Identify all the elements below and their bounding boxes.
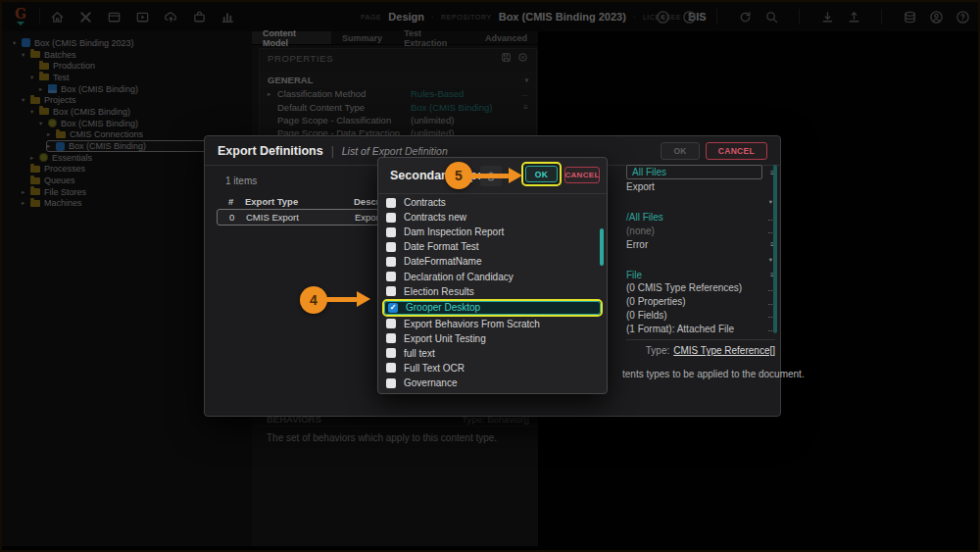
chevron-down-icon: ▾ bbox=[769, 198, 772, 206]
section-chevron[interactable]: ▾ bbox=[626, 251, 775, 268]
checkbox-unchecked[interactable] bbox=[386, 198, 396, 208]
panel-scrollbar[interactable] bbox=[773, 165, 777, 333]
checkbox-item[interactable]: Election Results bbox=[378, 284, 607, 299]
item-label: Grooper Desktop 2 bbox=[404, 392, 487, 394]
item-label: Contracts new bbox=[404, 212, 466, 223]
panel-row: Export bbox=[626, 180, 775, 194]
checkbox-unchecked[interactable] bbox=[386, 378, 396, 388]
annotation-step-4: 4 bbox=[300, 286, 327, 314]
panel-row: Error ≡ bbox=[626, 237, 775, 251]
checkbox-item[interactable]: Export Unit Testing bbox=[378, 331, 607, 346]
item-label: Dam Inspection Report bbox=[404, 226, 504, 237]
panel-value[interactable]: /All Files bbox=[626, 212, 762, 223]
type-label: Type: bbox=[646, 345, 669, 356]
item-label: Date Format Test bbox=[404, 241, 479, 252]
checkbox-item[interactable]: Declaration of Candidacy bbox=[378, 269, 607, 283]
panel-value[interactable]: (none) bbox=[626, 226, 762, 236]
divider: | bbox=[331, 144, 334, 158]
item-label: DateFormatName bbox=[404, 256, 481, 267]
panel-value[interactable]: (0 Properties) bbox=[626, 296, 762, 307]
panel-value[interactable]: (1 Format): Attached File bbox=[626, 324, 762, 334]
dialog-ok-button[interactable]: OK bbox=[661, 142, 699, 160]
panel-row: /All Files ... bbox=[626, 211, 775, 225]
checkbox-item[interactable]: Governance bbox=[378, 376, 607, 390]
checkbox-item[interactable]: Export Behaviors From Scratch bbox=[378, 317, 607, 331]
panel-value[interactable]: Error bbox=[626, 239, 762, 250]
annotation-arrow-5 bbox=[469, 174, 510, 178]
checkbox-item[interactable]: Dam Inspection Report bbox=[378, 225, 607, 239]
item-label: Full Text OCR bbox=[404, 363, 465, 374]
panel-label: Export bbox=[626, 181, 775, 192]
item-label: Grooper Desktop bbox=[406, 302, 480, 313]
panel-row: (0 CMIS Type References) ... bbox=[626, 281, 775, 295]
chevron-down-icon: ▾ bbox=[769, 256, 772, 264]
checkbox-unchecked[interactable] bbox=[386, 319, 396, 328]
checkbox-item[interactable]: DateFormatName bbox=[378, 254, 607, 269]
annotation-arrow-4 bbox=[324, 297, 358, 302]
ok-highlight-box: OK bbox=[521, 162, 562, 186]
item-label: Contracts bbox=[404, 197, 446, 208]
item-label: Election Results bbox=[404, 286, 474, 297]
checkbox-unchecked[interactable] bbox=[386, 363, 396, 373]
secondary-types-list: Contracts Contracts new Dam Inspection R… bbox=[378, 195, 607, 393]
panel-value[interactable]: (0 Fields) bbox=[626, 310, 762, 321]
checkbox-unchecked[interactable] bbox=[386, 227, 396, 237]
item-label: Export Unit Testing bbox=[404, 333, 486, 344]
checkbox-unchecked[interactable] bbox=[386, 257, 396, 267]
checkbox-unchecked[interactable] bbox=[386, 393, 396, 394]
checkbox-item[interactable]: full text bbox=[378, 346, 607, 361]
annotation-step-5: 5 bbox=[445, 162, 472, 189]
checkbox-unchecked[interactable] bbox=[386, 213, 396, 223]
checkbox-unchecked[interactable] bbox=[386, 242, 396, 252]
annotation-arrowhead-5 bbox=[509, 168, 522, 183]
item-label: Export Behaviors From Scratch bbox=[404, 319, 540, 329]
item-label: Governance bbox=[404, 377, 457, 388]
scope-selector[interactable]: All Files bbox=[626, 165, 762, 179]
dialog-cancel-button[interactable]: CANCEL bbox=[706, 142, 767, 160]
dialog-title: Export Definitions bbox=[218, 144, 323, 158]
items-count: 1 items bbox=[225, 176, 257, 186]
panel-row: (0 Fields) ... bbox=[626, 309, 775, 323]
item-label: full text bbox=[404, 348, 435, 359]
dialog-subtitle: List of Export Definition bbox=[342, 145, 448, 157]
checkbox-item[interactable]: Grooper Desktop 2 bbox=[378, 390, 607, 394]
panel-value[interactable]: File bbox=[626, 270, 762, 280]
checkbox-item[interactable]: Contracts new bbox=[378, 210, 607, 225]
column-number: # bbox=[228, 196, 233, 207]
cell-export-type: CMIS Export bbox=[246, 210, 299, 225]
section-chevron[interactable]: ▾ bbox=[626, 194, 775, 211]
checkbox-unchecked[interactable] bbox=[386, 348, 396, 358]
cell-number: 0 bbox=[229, 210, 234, 225]
checkbox-item[interactable]: Date Format Test bbox=[378, 239, 607, 254]
checkbox-item-highlighted[interactable]: ✓ Grooper Desktop bbox=[382, 299, 603, 317]
panel-row: (0 Properties) ... bbox=[626, 295, 775, 309]
checkbox-item[interactable]: Contracts bbox=[378, 195, 607, 210]
item-label: Declaration of Candidacy bbox=[404, 272, 514, 282]
popup-ok-button[interactable]: OK bbox=[525, 166, 558, 182]
checkbox-checked[interactable]: ✓ bbox=[388, 303, 398, 313]
secondary-types-popup: Secondary Types OK CANCEL Contracts Cont… bbox=[377, 157, 608, 394]
scope-selector-row: All Files ≡ bbox=[626, 164, 775, 180]
popup-scrollbar[interactable] bbox=[600, 228, 604, 266]
annotation-arrowhead-4 bbox=[357, 291, 370, 307]
export-property-panel: All Files ≡ Export ▾ /All Files ... (non… bbox=[626, 164, 775, 356]
type-reference-link[interactable]: CMIS Type Reference[] bbox=[673, 345, 775, 356]
column-export-type: Export Type bbox=[245, 196, 298, 207]
popup-cancel-button[interactable]: CANCEL bbox=[564, 167, 600, 183]
checkbox-unchecked[interactable] bbox=[386, 272, 396, 281]
type-row: Type: CMIS Type Reference[] bbox=[626, 339, 775, 356]
panel-value[interactable]: (0 CMIS Type References) bbox=[626, 282, 762, 293]
checkbox-unchecked[interactable] bbox=[386, 333, 396, 343]
checkbox-item[interactable]: Full Text OCR bbox=[378, 361, 607, 376]
panel-row: (1 Format): Attached File ... bbox=[626, 322, 775, 335]
checkbox-unchecked[interactable] bbox=[386, 286, 396, 296]
panel-row: (none) ... bbox=[626, 225, 775, 238]
panel-description-fragment: tents types to be applied to the documen… bbox=[622, 369, 805, 379]
panel-row: File ≡ bbox=[626, 268, 775, 281]
